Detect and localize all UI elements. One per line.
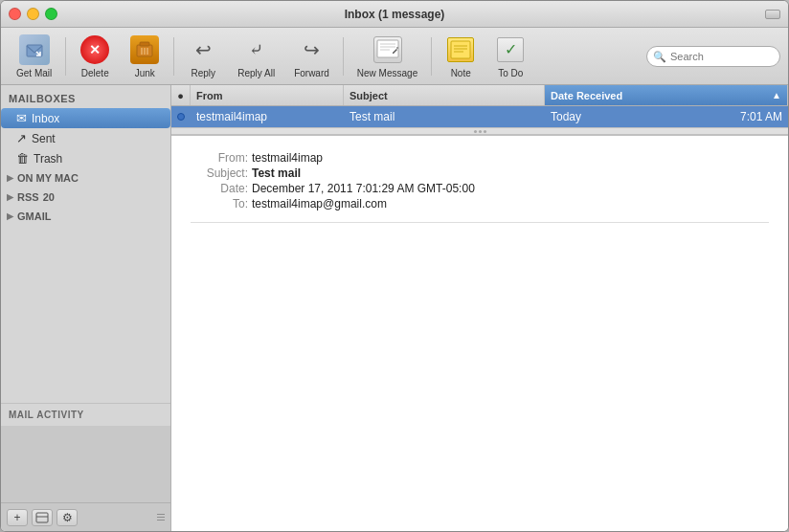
dot-column-header: ● — [171, 85, 191, 105]
search-wrapper: 🔍 — [646, 46, 780, 67]
new-message-button[interactable]: New Message — [349, 31, 425, 82]
window-zoom-button[interactable] — [765, 10, 780, 19]
sent-icon: ↗ — [16, 131, 27, 145]
junk-icon — [129, 34, 160, 65]
separator-3 — [343, 37, 344, 76]
sent-label: Sent — [32, 132, 56, 145]
gmail-label: GMAIL — [17, 211, 51, 222]
close-button[interactable] — [9, 8, 21, 20]
mailbox-settings-button[interactable]: ⚙ — [56, 509, 78, 526]
resize-handle[interactable] — [171, 127, 788, 135]
todo-button[interactable]: ✓ To Do — [487, 31, 533, 82]
get-mail-label: Get Mail — [16, 68, 52, 78]
sidebar-item-inbox[interactable]: ✉ Inbox — [1, 108, 170, 128]
sidebar: MAILBOXES ✉ Inbox ↗ Sent 🗑 Trash ▶ ON MY… — [1, 85, 171, 531]
maximize-button[interactable] — [45, 8, 57, 20]
delete-button[interactable]: ✕ Delete — [72, 31, 118, 82]
delete-icon: ✕ — [79, 34, 110, 65]
sort-arrow: ▲ — [772, 90, 781, 100]
search-input[interactable] — [646, 46, 780, 67]
forward-label: Forward — [294, 68, 329, 78]
resize-dots — [474, 130, 486, 133]
get-mail-icon — [19, 34, 50, 65]
junk-label: Junk — [135, 68, 155, 78]
search-box: 🔍 — [646, 46, 780, 67]
email-preview: From: testmail4imap Subject: Test mail D… — [171, 135, 788, 531]
email-date-text: Today — [551, 110, 581, 123]
inbox-label: Inbox — [32, 112, 59, 125]
reply-all-button[interactable]: ⤶ Reply All — [230, 31, 282, 82]
email-list: ● From Subject Date Received ▲ testmail4… — [171, 85, 788, 127]
meta-from-row: From: testmail4imap — [191, 151, 769, 165]
separator-4 — [431, 37, 432, 76]
to-label: To: — [191, 197, 248, 211]
gmail-header[interactable]: ▶ GMAIL — [1, 207, 170, 226]
trash-label: Trash — [34, 152, 62, 166]
date-value: December 17, 2011 7:01:29 AM GMT-05:00 — [252, 182, 475, 195]
minimize-button[interactable] — [27, 8, 39, 20]
forward-icon: ↪ — [296, 34, 327, 65]
sidebar-item-sent[interactable]: ↗ Sent — [1, 128, 170, 148]
get-mail-button[interactable]: Get Mail — [9, 31, 59, 82]
mail-window: Inbox (1 message) Get Mail ✕ — [0, 0, 789, 532]
subject-column-header: Subject — [344, 85, 545, 105]
date-label: Date: — [191, 182, 248, 195]
main-area: MAILBOXES ✉ Inbox ↗ Sent 🗑 Trash ▶ ON MY… — [1, 85, 788, 531]
reply-all-label: Reply All — [237, 68, 275, 78]
add-mailbox-button[interactable]: + — [7, 509, 28, 526]
forward-button[interactable]: ↪ Forward — [286, 31, 337, 82]
sidebar-spacer — [1, 226, 170, 403]
toolbar: Get Mail ✕ Delete J — [1, 28, 788, 85]
sidebar-item-trash[interactable]: 🗑 Trash — [1, 148, 170, 168]
separator-2 — [173, 37, 174, 76]
window-controls-right — [765, 10, 780, 19]
new-message-label: New Message — [357, 68, 417, 78]
todo-label: To Do — [498, 68, 523, 78]
on-my-mac-arrow: ▶ — [7, 173, 13, 183]
subject-value: Test mail — [252, 166, 301, 180]
mail-activity-area — [1, 426, 170, 502]
svg-rect-6 — [377, 40, 398, 57]
rss-badge: 20 — [43, 191, 55, 203]
delete-label: Delete — [81, 68, 109, 78]
email-subject: Test mail — [344, 110, 545, 123]
meta-subject-row: Subject: Test mail — [191, 166, 769, 180]
email-meta: From: testmail4imap Subject: Test mail D… — [191, 151, 769, 211]
email-time-text: 7:01 AM — [740, 110, 782, 123]
unread-dot — [177, 113, 185, 121]
window-title: Inbox (1 message) — [345, 8, 445, 21]
svg-rect-10 — [451, 41, 470, 58]
mailbox-view-button[interactable] — [32, 509, 53, 526]
new-message-icon — [372, 34, 403, 65]
to-value: testmail4imap@gmail.com — [252, 197, 387, 211]
sidebar-drag-handle[interactable] — [157, 511, 165, 524]
search-icon: 🔍 — [653, 50, 666, 62]
reply-icon: ↩ — [188, 34, 218, 65]
meta-date-row: Date: December 17, 2011 7:01:29 AM GMT-0… — [191, 182, 769, 195]
rss-header[interactable]: ▶ RSS 20 — [1, 188, 170, 207]
todo-icon: ✓ — [495, 34, 526, 65]
on-my-mac-header[interactable]: ▶ ON MY MAC — [1, 168, 170, 188]
email-divider — [191, 222, 769, 223]
email-pane: ● From Subject Date Received ▲ testmail4… — [171, 85, 788, 531]
svg-rect-14 — [36, 513, 48, 522]
from-column-header: From — [191, 85, 344, 105]
mail-activity-label: MAIL ACTIVITY — [1, 403, 170, 426]
note-button[interactable]: Note — [438, 31, 484, 82]
reply-all-icon: ⤶ — [241, 34, 272, 65]
reply-button[interactable]: ↩ Reply — [180, 31, 226, 82]
date-column-header: Date Received ▲ — [545, 85, 788, 105]
mailboxes-header: MAILBOXES — [1, 89, 170, 108]
email-row[interactable]: testmail4imap Test mail Today 7:01 AM — [171, 106, 788, 127]
meta-to-row: To: testmail4imap@gmail.com — [191, 197, 769, 211]
note-icon — [445, 34, 476, 65]
separator-1 — [65, 37, 66, 76]
on-my-mac-label: ON MY MAC — [17, 172, 79, 184]
rss-arrow: ▶ — [7, 192, 13, 202]
reply-label: Reply — [191, 68, 215, 78]
traffic-lights — [9, 8, 57, 20]
unread-indicator — [171, 113, 191, 121]
junk-button[interactable]: Junk — [122, 31, 168, 82]
sidebar-bottom-bar: + ⚙ — [1, 502, 170, 531]
rss-label: RSS — [17, 191, 39, 203]
